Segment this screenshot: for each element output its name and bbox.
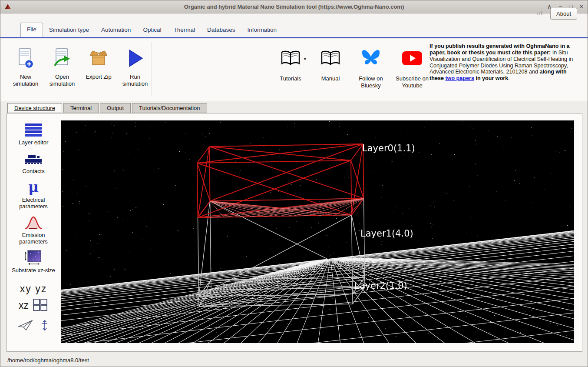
citation-segment: in your work (474, 75, 508, 81)
substrate-size-icon (9, 250, 58, 266)
open-book-icon (320, 49, 341, 69)
run-simulation-label: Run simulation (117, 73, 153, 88)
citation-text: If you publish results generated with Og… (429, 43, 580, 82)
export-zip-label: Export Zip (86, 73, 111, 80)
layer-editor-label: Layer editor (9, 140, 58, 146)
emission-spectrum-icon (9, 215, 58, 230)
play-icon (125, 47, 145, 70)
package-box-icon (88, 47, 109, 70)
menu-tab-databases[interactable]: Databases (201, 23, 241, 37)
menu-tab-simulation-type[interactable]: Simulation type (43, 23, 95, 37)
open-document-icon (52, 47, 72, 70)
window-titlebar: Organic and hybrid Material Nano Simulat… (0, 0, 588, 13)
view-xz-button[interactable]: xz (19, 300, 29, 311)
menu-bar: File Simulation type Automation Optical … (0, 13, 588, 38)
new-simulation-button[interactable]: New simulation (7, 47, 44, 88)
menu-tab-file[interactable]: File (20, 23, 43, 37)
tab-device-structure[interactable]: Device structure (7, 103, 62, 113)
status-path: /home/rod/oghma/oghma8.0/test (7, 357, 89, 364)
menu-tab-optical[interactable]: Optical (137, 23, 167, 37)
new-simulation-label: New simulation (7, 73, 44, 88)
sidebar-item-electrical-parameters[interactable]: μ Electrical parameters (9, 180, 58, 210)
paper-plane-icon[interactable] (18, 320, 33, 333)
citation-segment: . (508, 75, 510, 81)
emission-parameters-label: Emission parameters (9, 232, 58, 245)
resize-grip-icon (537, 11, 542, 15)
run-simulation-button[interactable]: Run simulation (117, 47, 153, 88)
tab-terminal[interactable]: Terminal (63, 103, 99, 113)
youtube-label: Subscribe on Youtube (391, 75, 433, 90)
bluesky-button[interactable]: Follow on Bluesky (350, 47, 391, 90)
view-tab-bar: Device structure Terminal Output Tutoria… (7, 103, 207, 113)
device-sidebar: Layer editor Contacts μ Electrical param… (7, 113, 60, 351)
axis-arrow-icon[interactable] (40, 319, 49, 333)
about-button[interactable]: About (550, 8, 577, 20)
tab-tutorials-documentation[interactable]: Tutorials/Documentation (132, 103, 207, 113)
open-simulation-label: Open simulation (44, 73, 80, 88)
view-xy-yz-buttons[interactable]: xy yz (20, 283, 47, 295)
device-3d-canvas[interactable] (61, 120, 574, 343)
sidebar-item-layer-editor[interactable]: Layer editor (9, 122, 58, 146)
contacts-label: Contacts (9, 168, 58, 175)
device-structure-panel: Layer editor Contacts μ Electrical param… (7, 113, 582, 352)
new-document-icon (16, 47, 36, 70)
citation-segment: If you publish results generated with Og… (429, 43, 570, 56)
substrate-xz-size-label: Substrate xz-size (9, 267, 58, 274)
youtube-button[interactable]: Subscribe on Youtube (391, 47, 433, 90)
sidebar-item-contacts[interactable]: Contacts (9, 151, 58, 175)
manual-button[interactable]: Manual (311, 47, 350, 90)
electrical-parameters-label: Electrical parameters (9, 197, 58, 210)
tutorials-dropdown-icon[interactable]: ▾ (304, 56, 306, 62)
ribbon-toolbar: New simulation Open simulation (0, 39, 588, 101)
layer-editor-icon (9, 122, 58, 138)
open-book-icon (280, 49, 301, 69)
device-3d-viewport: Layer0(1.1) Layer1(4.0) Layer2(1.0) (61, 120, 574, 343)
grid-view-icon[interactable] (33, 298, 48, 313)
close-button[interactable]: × (580, 3, 583, 10)
manual-label: Manual (321, 75, 340, 82)
window-title: Organic and hybrid Material Nano Simulat… (0, 3, 588, 10)
tutorials-label: Tutorials (280, 75, 301, 82)
tutorials-button[interactable]: ▾ Tutorials (271, 47, 311, 90)
sidebar-item-substrate-xz-size[interactable]: Substrate xz-size (9, 250, 58, 274)
contacts-icon (9, 151, 58, 167)
bluesky-label: Follow on Bluesky (350, 75, 391, 90)
menu-tab-thermal[interactable]: Thermal (167, 23, 201, 37)
tab-output[interactable]: Output (100, 103, 131, 113)
export-zip-button[interactable]: Export Zip (80, 47, 117, 88)
two-papers-link[interactable]: two papers (445, 75, 474, 81)
sidebar-item-emission-parameters[interactable]: Emission parameters (9, 215, 58, 245)
mu-icon: μ (9, 180, 58, 195)
menu-tab-information[interactable]: Information (241, 23, 283, 37)
menu-tab-automation[interactable]: Automation (95, 23, 137, 37)
butterfly-icon (360, 48, 382, 70)
youtube-icon (401, 50, 423, 68)
open-simulation-button[interactable]: Open simulation (44, 47, 80, 88)
